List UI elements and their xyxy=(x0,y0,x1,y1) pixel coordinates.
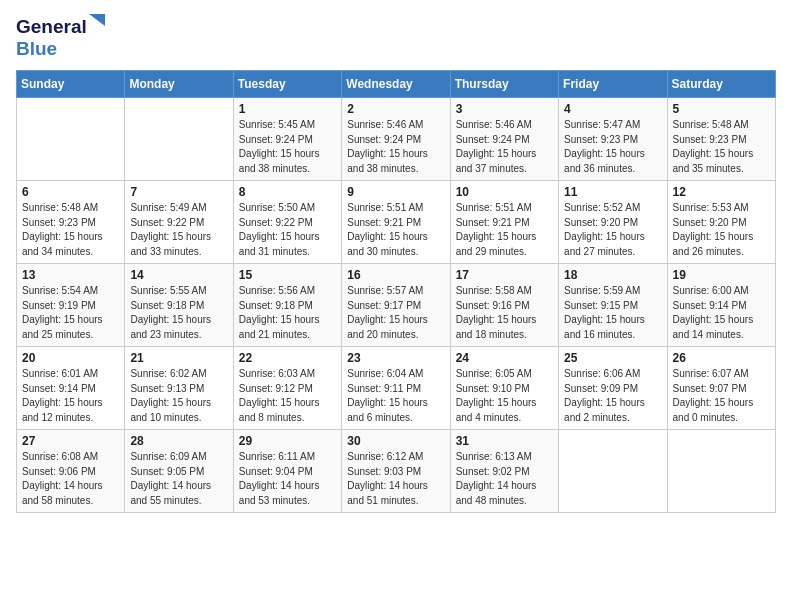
day-number: 8 xyxy=(239,185,337,199)
calendar-body: 1Sunrise: 5:45 AM Sunset: 9:24 PM Daylig… xyxy=(17,98,776,513)
day-info: Sunrise: 5:53 AM Sunset: 9:20 PM Dayligh… xyxy=(673,201,771,259)
svg-marker-0 xyxy=(89,14,105,26)
day-number: 1 xyxy=(239,102,337,116)
day-info: Sunrise: 5:48 AM Sunset: 9:23 PM Dayligh… xyxy=(22,201,120,259)
day-info: Sunrise: 5:54 AM Sunset: 9:19 PM Dayligh… xyxy=(22,284,120,342)
weekday-header: Wednesday xyxy=(342,71,450,98)
day-number: 15 xyxy=(239,268,337,282)
day-info: Sunrise: 5:47 AM Sunset: 9:23 PM Dayligh… xyxy=(564,118,662,176)
day-info: Sunrise: 6:06 AM Sunset: 9:09 PM Dayligh… xyxy=(564,367,662,425)
day-number: 4 xyxy=(564,102,662,116)
day-number: 6 xyxy=(22,185,120,199)
calendar-week-row: 1Sunrise: 5:45 AM Sunset: 9:24 PM Daylig… xyxy=(17,98,776,181)
day-info: Sunrise: 6:09 AM Sunset: 9:05 PM Dayligh… xyxy=(130,450,228,508)
calendar-cell: 6Sunrise: 5:48 AM Sunset: 9:23 PM Daylig… xyxy=(17,181,125,264)
day-number: 13 xyxy=(22,268,120,282)
day-number: 27 xyxy=(22,434,120,448)
day-info: Sunrise: 5:52 AM Sunset: 9:20 PM Dayligh… xyxy=(564,201,662,259)
calendar-cell: 13Sunrise: 5:54 AM Sunset: 9:19 PM Dayli… xyxy=(17,264,125,347)
day-info: Sunrise: 5:58 AM Sunset: 9:16 PM Dayligh… xyxy=(456,284,554,342)
page-header: General Blue xyxy=(16,16,776,60)
day-number: 10 xyxy=(456,185,554,199)
calendar-cell xyxy=(667,430,775,513)
day-info: Sunrise: 6:12 AM Sunset: 9:03 PM Dayligh… xyxy=(347,450,445,508)
day-number: 22 xyxy=(239,351,337,365)
calendar-cell: 4Sunrise: 5:47 AM Sunset: 9:23 PM Daylig… xyxy=(559,98,667,181)
calendar-cell: 19Sunrise: 6:00 AM Sunset: 9:14 PM Dayli… xyxy=(667,264,775,347)
day-info: Sunrise: 5:59 AM Sunset: 9:15 PM Dayligh… xyxy=(564,284,662,342)
logo: General Blue xyxy=(16,16,87,60)
day-number: 28 xyxy=(130,434,228,448)
calendar-cell: 18Sunrise: 5:59 AM Sunset: 9:15 PM Dayli… xyxy=(559,264,667,347)
calendar-cell: 29Sunrise: 6:11 AM Sunset: 9:04 PM Dayli… xyxy=(233,430,341,513)
day-number: 18 xyxy=(564,268,662,282)
day-number: 5 xyxy=(673,102,771,116)
day-info: Sunrise: 5:55 AM Sunset: 9:18 PM Dayligh… xyxy=(130,284,228,342)
calendar-table: SundayMondayTuesdayWednesdayThursdayFrid… xyxy=(16,70,776,513)
day-info: Sunrise: 5:57 AM Sunset: 9:17 PM Dayligh… xyxy=(347,284,445,342)
day-info: Sunrise: 6:02 AM Sunset: 9:13 PM Dayligh… xyxy=(130,367,228,425)
calendar-cell: 21Sunrise: 6:02 AM Sunset: 9:13 PM Dayli… xyxy=(125,347,233,430)
day-info: Sunrise: 5:45 AM Sunset: 9:24 PM Dayligh… xyxy=(239,118,337,176)
calendar-cell: 22Sunrise: 6:03 AM Sunset: 9:12 PM Dayli… xyxy=(233,347,341,430)
calendar-cell: 27Sunrise: 6:08 AM Sunset: 9:06 PM Dayli… xyxy=(17,430,125,513)
day-info: Sunrise: 5:46 AM Sunset: 9:24 PM Dayligh… xyxy=(456,118,554,176)
day-info: Sunrise: 6:08 AM Sunset: 9:06 PM Dayligh… xyxy=(22,450,120,508)
day-info: Sunrise: 5:51 AM Sunset: 9:21 PM Dayligh… xyxy=(347,201,445,259)
calendar-cell: 10Sunrise: 5:51 AM Sunset: 9:21 PM Dayli… xyxy=(450,181,558,264)
calendar-cell: 8Sunrise: 5:50 AM Sunset: 9:22 PM Daylig… xyxy=(233,181,341,264)
day-info: Sunrise: 6:05 AM Sunset: 9:10 PM Dayligh… xyxy=(456,367,554,425)
calendar-week-row: 27Sunrise: 6:08 AM Sunset: 9:06 PM Dayli… xyxy=(17,430,776,513)
calendar-cell: 3Sunrise: 5:46 AM Sunset: 9:24 PM Daylig… xyxy=(450,98,558,181)
day-info: Sunrise: 6:01 AM Sunset: 9:14 PM Dayligh… xyxy=(22,367,120,425)
logo-blue-text: Blue xyxy=(16,38,57,59)
calendar-cell: 20Sunrise: 6:01 AM Sunset: 9:14 PM Dayli… xyxy=(17,347,125,430)
calendar-cell: 11Sunrise: 5:52 AM Sunset: 9:20 PM Dayli… xyxy=(559,181,667,264)
calendar-week-row: 6Sunrise: 5:48 AM Sunset: 9:23 PM Daylig… xyxy=(17,181,776,264)
day-info: Sunrise: 6:04 AM Sunset: 9:11 PM Dayligh… xyxy=(347,367,445,425)
calendar-week-row: 13Sunrise: 5:54 AM Sunset: 9:19 PM Dayli… xyxy=(17,264,776,347)
calendar-cell: 17Sunrise: 5:58 AM Sunset: 9:16 PM Dayli… xyxy=(450,264,558,347)
calendar-cell: 31Sunrise: 6:13 AM Sunset: 9:02 PM Dayli… xyxy=(450,430,558,513)
day-number: 31 xyxy=(456,434,554,448)
day-number: 20 xyxy=(22,351,120,365)
calendar-cell: 5Sunrise: 5:48 AM Sunset: 9:23 PM Daylig… xyxy=(667,98,775,181)
logo-container: General xyxy=(16,16,87,38)
logo-arrow-icon xyxy=(89,14,105,30)
day-number: 11 xyxy=(564,185,662,199)
calendar-cell xyxy=(559,430,667,513)
calendar-cell: 15Sunrise: 5:56 AM Sunset: 9:18 PM Dayli… xyxy=(233,264,341,347)
calendar-cell: 24Sunrise: 6:05 AM Sunset: 9:10 PM Dayli… xyxy=(450,347,558,430)
weekday-header: Monday xyxy=(125,71,233,98)
day-info: Sunrise: 6:13 AM Sunset: 9:02 PM Dayligh… xyxy=(456,450,554,508)
calendar-cell xyxy=(125,98,233,181)
calendar-cell: 28Sunrise: 6:09 AM Sunset: 9:05 PM Dayli… xyxy=(125,430,233,513)
day-info: Sunrise: 5:48 AM Sunset: 9:23 PM Dayligh… xyxy=(673,118,771,176)
day-info: Sunrise: 6:00 AM Sunset: 9:14 PM Dayligh… xyxy=(673,284,771,342)
calendar-cell: 12Sunrise: 5:53 AM Sunset: 9:20 PM Dayli… xyxy=(667,181,775,264)
day-number: 25 xyxy=(564,351,662,365)
day-number: 21 xyxy=(130,351,228,365)
day-number: 30 xyxy=(347,434,445,448)
calendar-cell: 7Sunrise: 5:49 AM Sunset: 9:22 PM Daylig… xyxy=(125,181,233,264)
day-info: Sunrise: 5:56 AM Sunset: 9:18 PM Dayligh… xyxy=(239,284,337,342)
day-number: 12 xyxy=(673,185,771,199)
day-number: 19 xyxy=(673,268,771,282)
day-number: 3 xyxy=(456,102,554,116)
day-number: 14 xyxy=(130,268,228,282)
weekday-header: Saturday xyxy=(667,71,775,98)
weekday-header: Tuesday xyxy=(233,71,341,98)
day-number: 17 xyxy=(456,268,554,282)
calendar-cell: 1Sunrise: 5:45 AM Sunset: 9:24 PM Daylig… xyxy=(233,98,341,181)
day-number: 2 xyxy=(347,102,445,116)
weekday-header: Thursday xyxy=(450,71,558,98)
day-info: Sunrise: 5:51 AM Sunset: 9:21 PM Dayligh… xyxy=(456,201,554,259)
calendar-cell: 14Sunrise: 5:55 AM Sunset: 9:18 PM Dayli… xyxy=(125,264,233,347)
day-info: Sunrise: 6:11 AM Sunset: 9:04 PM Dayligh… xyxy=(239,450,337,508)
day-info: Sunrise: 6:07 AM Sunset: 9:07 PM Dayligh… xyxy=(673,367,771,425)
calendar-cell: 9Sunrise: 5:51 AM Sunset: 9:21 PM Daylig… xyxy=(342,181,450,264)
day-number: 7 xyxy=(130,185,228,199)
calendar-cell: 25Sunrise: 6:06 AM Sunset: 9:09 PM Dayli… xyxy=(559,347,667,430)
calendar-cell: 23Sunrise: 6:04 AM Sunset: 9:11 PM Dayli… xyxy=(342,347,450,430)
calendar-cell: 30Sunrise: 6:12 AM Sunset: 9:03 PM Dayli… xyxy=(342,430,450,513)
